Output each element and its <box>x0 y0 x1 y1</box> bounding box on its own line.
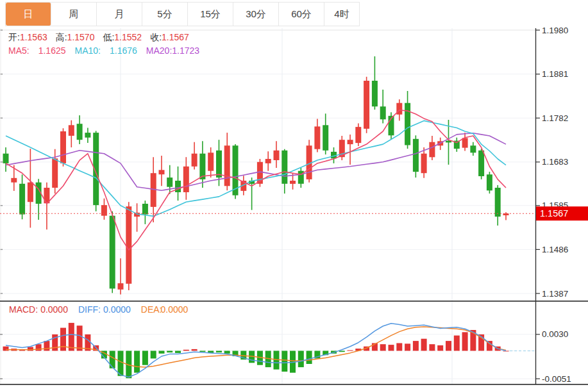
diff-value: 0.0000 <box>103 304 131 315</box>
macd-bar <box>118 351 124 376</box>
macd-bar <box>446 341 451 350</box>
tab-day[interactable]: 日 <box>6 3 51 26</box>
candle-down <box>487 174 492 190</box>
macd-bar <box>183 350 189 351</box>
macd-bar <box>380 344 386 350</box>
high-value: 1.1570 <box>67 32 95 42</box>
macd-value: 0.0000 <box>40 304 68 315</box>
macd-bar <box>339 351 345 352</box>
ma20-value: 1.1723 <box>172 45 199 56</box>
candle-up <box>355 127 361 143</box>
candle-down <box>175 181 181 192</box>
candles-layer <box>3 56 509 295</box>
candle-down <box>478 151 484 176</box>
open-label: 开: <box>8 32 20 42</box>
tab-month[interactable]: 月 <box>97 3 142 26</box>
candle-down <box>470 145 476 152</box>
macd-bar <box>60 328 66 351</box>
macd-bar <box>389 345 394 350</box>
price-tick-label: 1.1486 <box>542 245 568 254</box>
macd-bar <box>298 351 304 368</box>
macd-bar <box>429 344 435 350</box>
tab-60min[interactable]: 60分 <box>279 3 324 26</box>
macd-bar <box>421 339 427 351</box>
candle-down <box>495 188 501 217</box>
candle-up <box>52 158 58 188</box>
candle-up <box>224 145 230 186</box>
ohlc-row: 开:1.1563高:1.1570低:1.1552收:1.1567 <box>8 31 199 44</box>
price-tick-label: 1.1980 <box>542 26 568 35</box>
low-label: 低: <box>103 32 114 42</box>
candle-up <box>265 159 271 163</box>
candle-up <box>462 138 468 147</box>
candle-up <box>208 152 214 170</box>
candle-up <box>183 167 189 192</box>
ma20-label: MA20: <box>146 45 172 56</box>
macd-bar <box>28 347 33 351</box>
candle-down <box>167 177 172 187</box>
candle-down <box>216 151 222 177</box>
tab-week[interactable]: 周 <box>51 3 97 26</box>
timeframe-tabbar: 日 周 月 5分 15分 30分 60分 4时 <box>5 2 360 26</box>
macd-bar <box>224 351 230 354</box>
ma-row: MA5:1.1625MA10:1.1676MA20:1.1723 <box>8 44 199 58</box>
macd-bar <box>134 351 140 373</box>
macd-bar <box>110 351 115 368</box>
close-label: 收: <box>150 32 162 42</box>
candle-up <box>118 283 124 290</box>
ma5-label: MA5: <box>8 45 29 56</box>
candle-up <box>429 142 435 158</box>
tab-4hour[interactable]: 4时 <box>324 3 359 26</box>
price-tick-label: 1.1683 <box>542 157 568 167</box>
candle-up <box>101 205 107 216</box>
macd-bar <box>396 343 402 351</box>
macd-bar <box>405 343 410 350</box>
candle-down <box>413 139 419 172</box>
dea-label: DEA: <box>141 304 162 315</box>
candle-down <box>19 184 25 215</box>
candle-up <box>364 81 369 129</box>
macd-bar <box>281 351 287 372</box>
macd-bar <box>151 351 156 359</box>
candle-up <box>314 126 320 149</box>
open-value: 1.1563 <box>20 32 47 42</box>
macd-bar <box>36 344 42 350</box>
macd-bar <box>199 351 205 352</box>
macd-label: MACD: <box>9 304 38 315</box>
last-price-badge-label: 1.1567 <box>540 208 568 218</box>
macd-bar <box>216 351 222 353</box>
candle-up <box>192 154 197 167</box>
tab-30min[interactable]: 30分 <box>233 3 279 26</box>
low-value: 1.1552 <box>114 32 142 42</box>
macd-bar <box>437 345 443 351</box>
candle-down <box>380 106 386 119</box>
tab-5min[interactable]: 5分 <box>142 3 188 26</box>
candle-down <box>3 154 9 163</box>
candle-up <box>274 151 280 160</box>
candle-up <box>421 154 427 174</box>
macd-bar <box>44 341 49 350</box>
candle-down <box>77 124 83 140</box>
macd-bar <box>454 336 460 351</box>
price-tick-label: 1.1782 <box>542 113 568 123</box>
ma10-label: MA10: <box>75 45 101 56</box>
candle-up <box>60 131 66 163</box>
macd-bar <box>159 351 165 354</box>
macd-bar <box>348 350 353 351</box>
candle-down <box>110 216 115 289</box>
candle-up <box>28 183 33 202</box>
tab-15min[interactable]: 15分 <box>188 3 233 26</box>
candle-up <box>69 125 74 136</box>
candle-down <box>142 204 148 215</box>
price-tick-label: 1.1881 <box>542 69 568 79</box>
dea-value: 0.0000 <box>160 304 188 315</box>
high-label: 高: <box>56 32 67 42</box>
macd-bar <box>167 351 172 353</box>
candle-down <box>405 103 410 145</box>
candle-up <box>290 181 296 184</box>
kline-chart-app: 1.19801.18811.17821.16831.15851.14861.13… <box>0 0 588 387</box>
macd-info-bar: MACD:0.0000DIFF:0.0000DEA:0.0000 <box>9 304 188 315</box>
chart-canvas[interactable]: 1.19801.18811.17821.16831.15851.14861.13… <box>0 0 588 387</box>
ma5-value: 1.1625 <box>38 45 66 56</box>
macd-tick-label: -0.0051 <box>542 374 571 384</box>
